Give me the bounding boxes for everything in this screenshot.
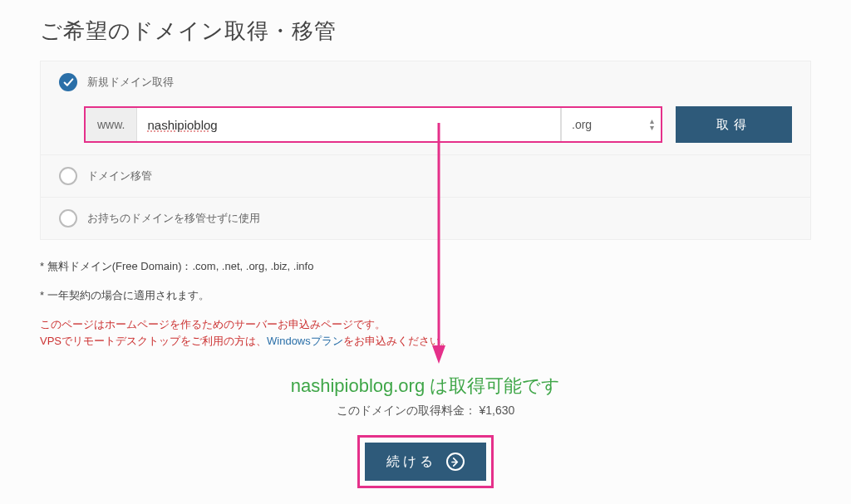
option-transfer[interactable]: ドメイン移管 [41, 155, 810, 198]
domain-input-row: www. .org ▴▾ 取得 [84, 106, 792, 143]
price-value: ¥1,630 [480, 404, 515, 417]
notes-block: * 無料ドメイン(Free Domain)：.com, .net, .org, … [40, 258, 811, 305]
warning-text-b: をお申込みください。 [343, 335, 451, 347]
page-title: ご希望のドメイン取得・移管 [40, 17, 811, 46]
warning-text-a: VPSでリモートデスクトップをご利用の方は、 [40, 335, 267, 347]
acquire-button[interactable]: 取得 [676, 106, 792, 143]
windows-plan-link[interactable]: Windowsプラン [267, 335, 343, 347]
continue-label: 続ける [386, 453, 436, 471]
availability-result: nashipioblog.org は取得可能です このドメインの取得料金： ¥1… [40, 374, 811, 418]
arrow-right-circle-icon [446, 453, 465, 471]
www-prefix: www. [86, 108, 137, 141]
result-available-text: nashipioblog.org は取得可能です [40, 374, 811, 399]
domain-input-group: www. .org ▴▾ [84, 106, 662, 143]
radio-unchecked-icon [59, 167, 77, 185]
option-label-new: 新規ドメイン取得 [87, 75, 174, 90]
warning-line2: VPSでリモートデスクトップをご利用の方は、Windowsプランをお申込みくださ… [40, 333, 811, 350]
option-label-transfer: ドメイン移管 [87, 169, 152, 183]
domain-name-input[interactable] [137, 108, 560, 141]
option-label-existing: お持ちのドメインを移管せずに使用 [87, 211, 260, 226]
option-new-domain[interactable]: 新規ドメイン取得 www. .org ▴▾ 取得 [41, 61, 810, 155]
warning-block: このページはホームページを作るためのサーバーお申込みページです。 VPSでリモー… [40, 316, 811, 351]
price-label: このドメインの取得料金： [337, 404, 476, 417]
tld-select-wrap[interactable]: .org ▴▾ [560, 108, 661, 141]
note-one-year: * 一年契約の場合に適用されます。 [40, 287, 811, 305]
warning-line1: このページはホームページを作るためのサーバーお申込みページです。 [40, 316, 811, 334]
result-price: このドメインの取得料金： ¥1,630 [40, 404, 811, 418]
continue-highlight-box: 続ける [357, 435, 494, 488]
radio-checked-icon [59, 73, 77, 91]
continue-button[interactable]: 続ける [365, 443, 486, 481]
option-existing[interactable]: お持ちのドメインを移管せずに使用 [41, 198, 810, 239]
tld-select[interactable]: .org [561, 108, 661, 141]
radio-unchecked-icon [59, 209, 77, 228]
note-free-domain: * 無料ドメイン(Free Domain)：.com, .net, .org, … [40, 258, 811, 276]
domain-options-panel: 新規ドメイン取得 www. .org ▴▾ 取得 ドメイン移管 [40, 61, 811, 240]
